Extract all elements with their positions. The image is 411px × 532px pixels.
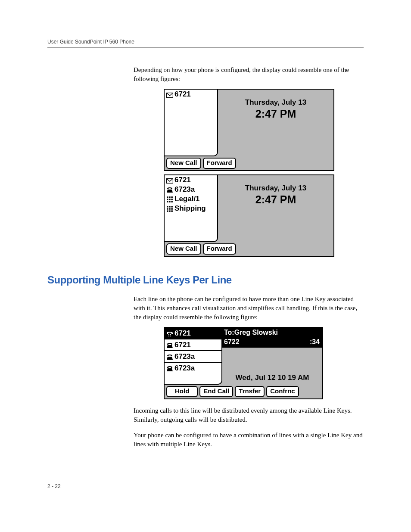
svg-rect-19 [171,210,172,212]
section-heading: Supporting Multiple Line Keys Per Line [47,274,364,286]
line-key: 6723a [165,363,221,373]
grid-icon [166,196,173,202]
svg-rect-9 [169,201,170,202]
datetime-area: Thursday, July 13 2:47 PM [218,90,333,156]
line-key: 6721 [165,339,221,351]
line-label: 6721 [174,90,191,99]
softkey-row: New Call Forward [165,242,333,256]
svg-rect-16 [171,208,172,209]
softkey-forward[interactable]: Forward [203,158,236,169]
line-label: 6721 [174,176,191,184]
softkey-conference[interactable]: Confrnc [266,386,299,397]
softkey-forward[interactable]: Forward [203,243,236,255]
line-key: 6721 [165,90,217,99]
figure-1: 6721 Thursday, July 13 2:47 PM New Call … [164,89,364,171]
line-label: 6721 [174,341,191,349]
line-key: Legal/1 [165,194,217,204]
phone-icon [166,342,173,348]
line-key: Shipping [165,204,217,213]
phone-icon [166,354,173,360]
svg-rect-3 [169,196,170,198]
time-text: 2:47 PM [218,108,333,120]
line-sidebar: 6721 [165,90,218,156]
after-paragraph-1: Incoming calls to this line will be dist… [134,406,364,424]
line-label: 6721 [174,329,191,338]
envelope-icon [166,91,173,97]
svg-rect-23 [170,336,171,336]
call-to-label: To:Greg Slowski [224,329,278,336]
svg-rect-12 [169,206,170,207]
svg-rect-5 [167,199,168,200]
call-number: 6722 [224,338,240,346]
svg-rect-8 [167,201,168,202]
svg-rect-10 [171,201,172,202]
line-label: 6723a [174,364,195,373]
softkey-row: New Call Forward [165,156,333,170]
call-duration: :34 [310,338,320,346]
phone-icon [166,365,173,371]
line-label: Shipping [174,204,206,213]
line-key: 6721 [165,175,217,185]
line-label: 6723a [174,185,195,194]
line-label: Legal/1 [174,195,200,203]
svg-rect-2 [167,196,168,198]
softkey-new-call[interactable]: New Call [166,158,201,169]
line-label: 6723a [174,352,195,361]
date-text: Thursday, July 13 [218,98,333,107]
envelope-icon [166,177,173,183]
figure-3: 6721 6721 6723a [164,327,364,399]
svg-rect-14 [167,208,168,209]
line-sidebar: 6721 6721 6723a [165,328,222,385]
page-header: User Guide SoundPoint IP 560 Phone [47,39,364,48]
datetime-text: Wed, Jul 12 10 19 AM [222,372,322,385]
handset-icon [166,330,173,336]
line-key: 6723a [165,185,217,194]
svg-rect-4 [171,196,172,198]
grid-icon [166,205,173,212]
svg-rect-11 [167,206,168,207]
softkey-hold[interactable]: Hold [166,386,198,397]
section-paragraph: Each line on the phone can be configured… [134,295,364,322]
line-key: 6723a [165,351,221,363]
line-key-active: 6721 [165,328,221,339]
softkey-transfer[interactable]: Trnsfer [235,386,265,397]
svg-rect-20 [168,334,169,335]
datetime-area: Thursday, July 13 2:47 PM [218,175,333,242]
date-text: Thursday, July 13 [218,184,333,193]
softkey-end-call[interactable]: End Call [199,386,233,397]
svg-rect-7 [171,199,172,200]
phone-icon [166,187,173,193]
figure-2: 6721 6723a Legal/1 [164,174,364,257]
svg-rect-22 [168,336,169,336]
svg-rect-21 [170,334,171,335]
after-paragraph-2: Your phone can be configured to have a c… [134,431,364,449]
page-number: 2 - 22 [47,483,364,489]
svg-rect-15 [169,208,170,209]
line-sidebar: 6721 6723a Legal/1 [165,175,218,242]
intro-paragraph: Depending on how your phone is configure… [134,65,364,84]
softkey-row: Hold End Call Trnsfer Confrnc [165,385,322,398]
softkey-new-call[interactable]: New Call [166,243,201,255]
active-call-box: To:Greg Slowski 6722 :34 [222,328,322,348]
svg-rect-18 [169,210,170,212]
time-text: 2:47 PM [218,193,333,206]
svg-rect-17 [167,210,168,212]
svg-rect-13 [171,206,172,207]
svg-rect-6 [169,199,170,200]
